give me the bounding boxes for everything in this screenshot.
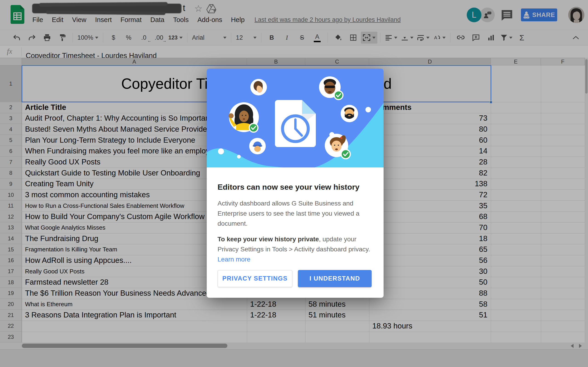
dialog-title: Editors can now see your view history [217, 183, 359, 192]
dialog-body-2: To keep your view history private, updat… [217, 234, 373, 265]
i-understand-button[interactable]: I UNDERSTAND [298, 270, 372, 287]
privacy-settings-button[interactable]: PRIVACY SETTINGS [217, 270, 292, 287]
view-history-dialog: Editors can now see your view history Ac… [207, 69, 384, 298]
avatar-blue-cap [249, 138, 266, 154]
dialog-body-1: Activity dashboard allows G Suite Busine… [217, 198, 373, 229]
dialog-body-2-bold: To keep your view history private [217, 236, 319, 243]
learn-more-link[interactable]: Learn more [217, 256, 250, 263]
avatar-bearded-man [341, 105, 358, 122]
google-sheets-app: t ☆ File Edit View Insert Format Data To… [0, 0, 588, 367]
avatar-brown-hair [250, 79, 267, 95]
dialog-illustration [207, 69, 384, 167]
